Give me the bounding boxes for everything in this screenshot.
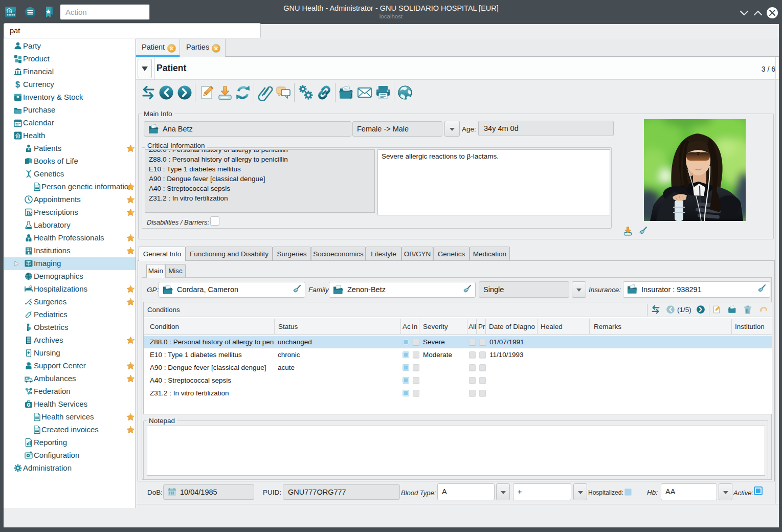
svg-text:$: $ xyxy=(15,80,20,89)
svg-text:R: R xyxy=(27,210,31,216)
